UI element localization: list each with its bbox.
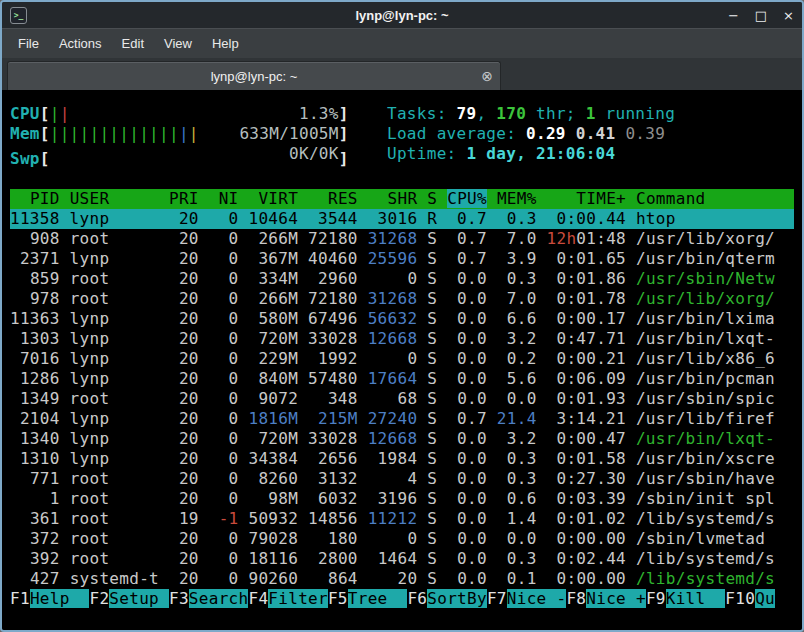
cell-time: 0:00.21 [556,349,626,368]
column-header-cmd[interactable]: Command [636,189,706,208]
cell-res: 864 [328,569,358,588]
fkey-F6[interactable]: F6 [407,589,427,608]
cell-mem: 6.6 [507,309,537,328]
fkey-label-F6[interactable]: SortBy [427,589,487,608]
process-row[interactable]: 392 root 20 0 18116 2800 1464 S 0.0 0.3 … [10,549,794,569]
process-row[interactable]: 1 root 20 0 98M 6032 3196 S 0.0 0.6 0:03… [10,489,794,509]
fkey-label-F1[interactable]: Help [30,589,90,608]
cell-shr: 0 [407,529,417,548]
cell-mem: 0.3 [507,209,537,228]
column-header-virt[interactable]: VIRT [258,189,298,208]
process-row[interactable]: 11363 lynp 20 0 580M 67496 56632 S 0.0 6… [10,309,794,329]
cell-res: 33028 [308,429,358,448]
htop-meters: CPU[||1.3%] Mem[|||||||||||||||633M/1005… [10,104,387,169]
cell-cpu: 0.0 [457,329,487,348]
cell-pri: 20 [179,529,199,548]
cell-mem: 0.0 [507,529,537,548]
menu-item-help[interactable]: Help [202,32,249,55]
process-row[interactable]: 978 root 20 0 266M 72180 31268 S 0.0 7.0… [10,289,794,309]
fkey-F1[interactable]: F1 [10,589,30,608]
process-row[interactable]: 771 root 20 0 8260 3132 4 S 0.0 0.3 0:27… [10,469,794,489]
fkey-label-F3[interactable]: Search [189,589,249,608]
cell-ni: 0 [229,429,239,448]
running-count: 1 [586,104,596,123]
mem-meter-value: 633M/1005M [239,124,338,144]
process-row[interactable]: 1349 root 20 0 9072 348 68 S 0.0 0.0 0:0… [10,389,794,409]
fkey-label-F10[interactable]: Qu [755,589,775,608]
cell-time: 0:47.71 [556,329,626,348]
process-row[interactable]: 908 root 20 0 266M 72180 31268 S 0.7 7.0… [10,229,794,249]
cell-s: S [427,569,437,588]
cell-mem: 3.9 [507,249,537,268]
cell-s: S [427,469,437,488]
cell-res: 2960 [318,269,358,288]
terminal-screen[interactable]: CPU[||1.3%] Mem[|||||||||||||||633M/1005… [2,90,802,630]
cell-shr: 20 [398,569,418,588]
cell-time: 0:01.58 [556,449,626,468]
fkey-F4[interactable]: F4 [248,589,268,608]
cell-s: S [427,309,437,328]
column-header-time[interactable]: TIME+ [576,189,626,208]
process-row[interactable]: 1310 lynp 20 0 34384 2656 1984 S 0.0 0.3… [10,449,794,469]
column-header-shr[interactable]: SHR [388,189,418,208]
process-row[interactable]: 1303 lynp 20 0 720M 33028 12668 S 0.0 3.… [10,329,794,349]
cell-pri: 20 [179,249,199,268]
cell-mem: 0.0 [507,389,537,408]
cell-user: root [70,289,110,308]
fkey-F7[interactable]: F7 [487,589,507,608]
process-row[interactable]: 361 root 19 -1 50932 14856 11212 S 0.0 1… [10,509,794,529]
maximize-icon[interactable]: □ [755,7,767,24]
process-row[interactable]: 372 root 20 0 79028 180 0 S 0.0 0.0 0:00… [10,529,794,549]
column-header-cpu[interactable]: CPU% [447,189,487,208]
fkey-label-F7[interactable]: Nice - [507,589,567,608]
menu-item-view[interactable]: View [154,32,202,55]
cell-cpu: 0.0 [457,569,487,588]
fkey-F3[interactable]: F3 [169,589,189,608]
tasks-count: 79 [457,104,477,123]
tab-close-icon[interactable]: ⊗ [481,68,493,84]
column-header-ni[interactable]: NI [219,189,239,208]
menu-item-actions[interactable]: Actions [49,32,112,55]
column-header-mem[interactable]: MEM% [497,189,537,208]
process-row[interactable]: 1340 lynp 20 0 720M 33028 12668 S 0.0 3.… [10,429,794,449]
process-row[interactable]: 1286 lynp 20 0 840M 57480 17664 S 0.0 5.… [10,369,794,389]
cell-res: 57480 [308,369,358,388]
column-header-s[interactable]: S [427,189,437,208]
menu-item-file[interactable]: File [8,32,49,55]
column-header-pid[interactable]: PID [30,189,60,208]
fkey-F8[interactable]: F8 [566,589,586,608]
fkey-label-F5[interactable]: Tree [348,589,408,608]
meter-bar-segment: ||||||||||||| [50,124,179,143]
process-row[interactable]: 2371 lynp 20 0 367M 40460 25596 S 0.7 3.… [10,249,794,269]
cell-ni: 0 [229,309,239,328]
menu-item-edit[interactable]: Edit [112,32,154,55]
titlebar[interactable]: >_ lynp@lyn-pc: ~ − □ × [2,2,802,28]
process-row[interactable]: 427 systemd-t 20 0 90260 864 20 S 0.0 0.… [10,569,794,589]
cell-pri: 20 [179,349,199,368]
terminal-window: >_ lynp@lyn-pc: ~ − □ × File Actions Edi… [0,0,804,632]
fkey-label-F2[interactable]: Setup [109,589,169,608]
threads-count: 170 [496,104,526,123]
cell-ni: 0 [229,229,239,248]
process-row[interactable]: 859 root 20 0 334M 2960 0 S 0.0 0.3 0:01… [10,269,794,289]
fkey-F10[interactable]: F10 [725,589,755,608]
fkey-F5[interactable]: F5 [328,589,348,608]
fkey-label-F4[interactable]: Filter [268,589,328,608]
cell-s: S [427,249,437,268]
cell-res: 3132 [318,469,358,488]
fkey-label-F9[interactable]: Kill [666,589,726,608]
column-header-user[interactable]: USER [70,189,110,208]
column-header-pri[interactable]: PRI [169,189,199,208]
close-icon[interactable]: × [783,7,794,24]
tab-terminal-session[interactable]: lynp@lyn-pc: ~ ⊗ [7,61,501,90]
fkey-label-F8[interactable]: Nice + [586,589,646,608]
process-row-selected[interactable]: 11358 lynp 20 0 10464 3544 3016 R 0.7 0.… [10,209,794,229]
fkey-F9[interactable]: F9 [646,589,666,608]
cell-time-hours: 12h [547,229,577,248]
cell-res: 180 [328,529,358,548]
fkey-F2[interactable]: F2 [89,589,109,608]
process-row[interactable]: 7016 lynp 20 0 229M 1992 0 S 0.0 0.2 0:0… [10,349,794,369]
column-header-res[interactable]: RES [328,189,358,208]
minimize-icon[interactable]: − [728,7,739,24]
process-row[interactable]: 2104 lynp 20 0 1816M 215M 27240 S 0.7 21… [10,409,794,429]
